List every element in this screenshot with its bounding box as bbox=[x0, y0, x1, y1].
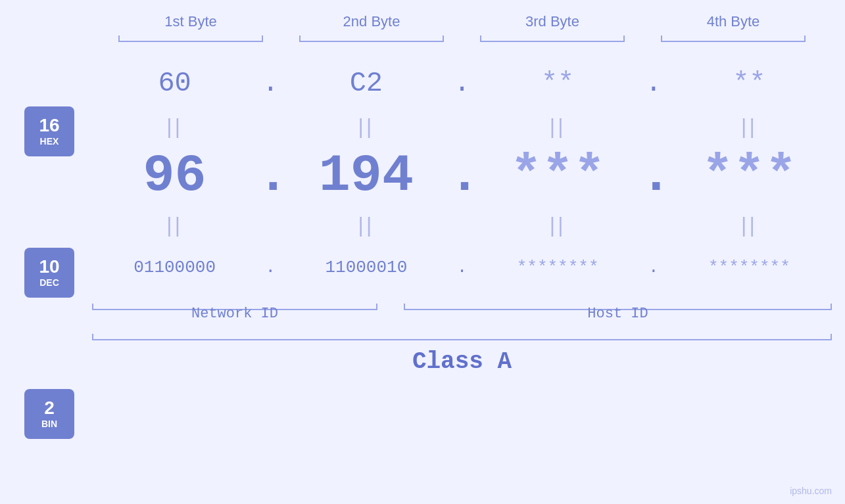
sep2-b3: || bbox=[475, 213, 640, 237]
top-brackets bbox=[101, 35, 824, 47]
dec-badge-label: DEC bbox=[39, 277, 59, 288]
sep2-b2: || bbox=[283, 213, 448, 237]
hex-badge-num: 16 bbox=[39, 116, 59, 136]
bracket-byte3 bbox=[462, 35, 643, 47]
bin-dot2: . bbox=[449, 258, 475, 277]
hex-dot2: . bbox=[449, 68, 475, 99]
network-id-section: Network ID bbox=[92, 302, 377, 322]
sep-row-2: || || || || bbox=[92, 212, 832, 238]
dec-dot2: . bbox=[449, 146, 475, 206]
bracket-byte2 bbox=[281, 35, 462, 47]
dec-badge: 10 DEC bbox=[24, 248, 74, 298]
page-container: 1st Byte 2nd Byte 3rd Byte 4th Byte 16 H… bbox=[0, 0, 845, 504]
sep1-b2: || bbox=[283, 114, 448, 139]
bin-row: 01100000 . 11000010 . ******** . bbox=[92, 238, 832, 297]
bin-dot3: . bbox=[640, 258, 667, 277]
dec-badge-num: 10 bbox=[39, 257, 59, 277]
watermark: ipshu.com bbox=[790, 486, 832, 496]
host-id-section: Host ID bbox=[404, 302, 832, 322]
dec-dot1: . bbox=[257, 146, 283, 206]
dec-b1: 96 bbox=[92, 146, 257, 206]
hex-b2: C2 bbox=[283, 68, 448, 99]
hex-dot1: . bbox=[257, 68, 283, 99]
class-label: Class A bbox=[92, 348, 832, 375]
badges-column: 16 HEX 10 DEC 2 BIN bbox=[0, 54, 92, 504]
bin-badge-label: BIN bbox=[41, 419, 57, 429]
data-area: 60 . C2 . ** . ** bbox=[92, 54, 845, 504]
bin-b2: 11000010 bbox=[283, 258, 448, 277]
dec-b4: *** bbox=[667, 146, 832, 206]
bin-dot1: . bbox=[257, 258, 283, 277]
byte4-header: 4th Byte bbox=[643, 13, 824, 30]
hex-b1: 60 bbox=[92, 68, 257, 99]
dec-b2: 194 bbox=[283, 146, 448, 206]
sep1-b4: || bbox=[667, 114, 832, 139]
byte-headers: 1st Byte 2nd Byte 3rd Byte 4th Byte bbox=[101, 13, 824, 30]
dec-row: 96 . 194 . *** . *** bbox=[92, 139, 832, 212]
bin-b1: 01100000 bbox=[92, 258, 257, 277]
sep2-b1: || bbox=[92, 213, 257, 237]
bracket-byte4 bbox=[643, 35, 824, 47]
sep1-b3: || bbox=[475, 114, 640, 139]
sep1-b1: || bbox=[92, 114, 257, 139]
bracket-byte1 bbox=[101, 35, 281, 47]
hex-b4: ** bbox=[667, 68, 832, 99]
bottom-labels-row: Network ID Host ID bbox=[92, 302, 832, 322]
hex-badge-label: HEX bbox=[40, 136, 59, 147]
byte3-header: 3rd Byte bbox=[462, 13, 643, 30]
bin-badge: 2 BIN bbox=[24, 389, 74, 439]
full-bracket-row bbox=[92, 327, 832, 340]
main-grid: 16 HEX 10 DEC 2 BIN 60 . bbox=[0, 54, 845, 504]
byte1-header: 1st Byte bbox=[101, 13, 281, 30]
bin-b4: ******** bbox=[667, 258, 832, 277]
dec-b3: *** bbox=[475, 146, 640, 206]
host-id-label: Host ID bbox=[404, 306, 832, 322]
hex-dot3: . bbox=[640, 68, 667, 99]
dec-dot3: . bbox=[640, 146, 667, 206]
hex-b3: ** bbox=[475, 68, 640, 99]
sep-row-1: || || || || bbox=[92, 113, 832, 139]
hex-row: 60 . C2 . ** . ** bbox=[92, 54, 832, 113]
network-id-label: Network ID bbox=[92, 306, 377, 322]
sep2-b4: || bbox=[667, 213, 832, 237]
byte2-header: 2nd Byte bbox=[281, 13, 462, 30]
hex-badge: 16 HEX bbox=[24, 106, 74, 156]
bin-badge-num: 2 bbox=[44, 398, 55, 419]
bin-b3: ******** bbox=[475, 258, 640, 277]
